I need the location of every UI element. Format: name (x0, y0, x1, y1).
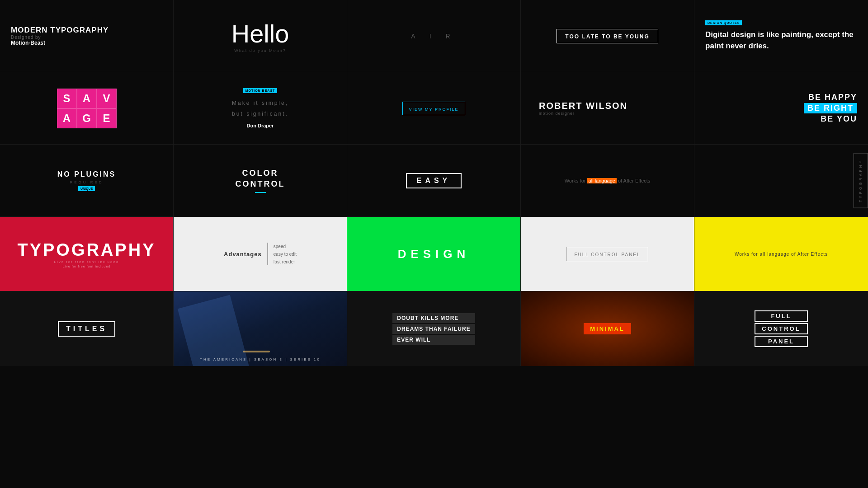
noplugins-required: REQUIRED (70, 180, 103, 184)
fullcontrol-text-light: FULL CONTROL PANEL (574, 252, 640, 257)
modern-typo-content: MODERN TYPOGRAPHY Designed by Motion-Bea… (11, 26, 108, 46)
fcp-line-2: CONTROL (755, 323, 807, 334)
cell-robert: ROBERT WILSON motion designer (521, 72, 694, 145)
doubt-line-3: EVER WILL (392, 335, 475, 345)
easy-box: EASY (406, 173, 462, 188)
preview-titles-dark: TITLES (0, 291, 174, 366)
cell-colorcontrol: COLOR CONTROL (174, 145, 347, 217)
robert-name: ROBERT WILSON (539, 101, 627, 111)
preview-bot-row: TITLES THE AMERICANS | SEASON 3 | SERIES… (0, 291, 868, 366)
fcp-line-3: PANEL (755, 336, 807, 347)
simple-author: Don Draper (247, 123, 274, 128)
yellow-works-text: Works for all language of After Effects (730, 252, 832, 257)
toolate-text: TOO LATE TO BE YOUNG (565, 33, 649, 40)
preview-top-row: TYPOGRAPHY Live for free font included L… (0, 217, 868, 291)
americans-text: THE AMERICANS | SEASON 3 | SERIES 10 (200, 357, 321, 361)
savage-grid: S A V A G E (57, 89, 117, 128)
cell-behappy: BE HAPPY BE RIGHT BE YOU (694, 72, 868, 145)
row1: MODERN TYPOGRAPHY Designed by Motion-Bea… (0, 0, 868, 72)
preview-worksfor-yellow: Works for all language of After Effects (694, 217, 868, 291)
cell-toolate: TOO LATE TO BE YOUNG (521, 0, 694, 72)
cell-language: Works for all language of After Effects (521, 145, 694, 217)
fullcontrol-stack: FULL CONTROL PANEL (755, 310, 807, 347)
modern-typo-designed: Designed by (11, 35, 108, 40)
air-text: A I R (411, 33, 456, 40)
behappy-line1: BE HAPPY (808, 93, 857, 102)
cell-modern-typography: MODERN TYPOGRAPHY Designed by Motion-Bea… (0, 0, 174, 72)
savage-a1: A (77, 89, 97, 108)
cell-savage: S A V A G E (0, 72, 174, 145)
colorcontrol-text: COLOR CONTROL (236, 168, 285, 189)
preview-fullcontrol-dark: FULL CONTROL PANEL (694, 291, 868, 366)
simple-badge: MOTION BEAST (243, 88, 278, 93)
cell-air: A I R (347, 0, 521, 72)
easy-text: EASY (417, 177, 451, 184)
cell-viewprofile: VIEW MY PROFILE (347, 72, 521, 145)
advantages-label: Advantages (224, 251, 262, 258)
preview-americans-scene: THE AMERICANS | SEASON 3 | SERIES 10 (174, 291, 347, 366)
preview-typography-red: TYPOGRAPHY Live for free font included L… (0, 217, 174, 291)
advantages-items: speed easy to edit fast render (274, 244, 297, 264)
cell-noplugins: NO PLUGINS REQUIRED UNIQUE (0, 145, 174, 217)
doubt-stack: DOUBT KILLS MORE DREAMS THAN FAILURE EVE… (392, 313, 475, 345)
preview-typo-big: TYPOGRAPHY (17, 240, 156, 260)
doubt-line-1: DOUBT KILLS MORE (392, 313, 475, 323)
preview-fullcontrol-light: FULL CONTROL PANEL (521, 217, 694, 291)
toolate-box: TOO LATE TO BE YOUNG (557, 29, 658, 43)
savage-v: V (97, 89, 117, 108)
typovert-text: TYPOGRAPHY (859, 159, 863, 202)
adv-item-speed: speed (274, 244, 297, 249)
titles-outer-box: TITLES (58, 321, 115, 337)
advantages-divider (267, 243, 268, 265)
hello-sub: What do you Mean? (234, 48, 286, 53)
fullcontrol-box-light: FULL CONTROL PANEL (566, 247, 648, 261)
language-highlight: all language (587, 178, 617, 183)
typovert-box: TYPOGRAPHY (854, 153, 868, 208)
noplugins-badge: UNIQUE (78, 186, 95, 191)
robert-role: motion designer (539, 111, 575, 116)
behappy-line3: BE YOU (821, 114, 857, 124)
preview-minimal-amber: MINIMAL (521, 291, 694, 366)
cell-easy: EASY (347, 145, 521, 217)
preview-typo-free: Live for free font included (63, 265, 111, 268)
cell-make-simple: MOTION BEAST Make it simple, but signifi… (174, 72, 347, 145)
preview-typo-sub: Live for free font included (54, 260, 119, 264)
modern-typo-brand: Motion-Beast (11, 40, 108, 46)
quote-badge: DESIGN QUOTES (705, 20, 742, 25)
row2: S A V A G E MOTION BEAST Make it simple,… (0, 72, 868, 145)
language-text: Works for all language of After Effects (565, 178, 651, 183)
viewprofile-text: VIEW MY PROFILE (409, 107, 459, 112)
cell-typography-vertical: TYPOGRAPHY (694, 145, 868, 217)
preview-design-green: DESIGN (347, 217, 521, 291)
savage-g: G (77, 108, 97, 128)
adv-item-edit: easy to edit (274, 252, 297, 257)
simple-quote-line1: Make it simple, but significant. (232, 98, 288, 119)
savage-e: E (97, 108, 117, 128)
colorcontrol-bar (255, 192, 266, 193)
viewprofile-box[interactable]: VIEW MY PROFILE (402, 102, 466, 115)
hello-text: Hello (231, 19, 289, 48)
minimal-badge: MINIMAL (584, 323, 631, 334)
design-text: DESIGN (398, 247, 470, 261)
preview-advantages: Advantages speed easy to edit fast rende… (174, 217, 347, 291)
savage-a2: A (57, 108, 77, 128)
adv-item-render: fast render (274, 259, 297, 264)
preview-doubt-kills: DOUBT KILLS MORE DREAMS THAN FAILURE EVE… (347, 291, 521, 366)
quote-text: Digital design is like painting, except … (705, 29, 857, 52)
advantages-wrap: Advantages speed easy to edit fast rende… (224, 243, 297, 265)
savage-s: S (57, 89, 77, 108)
fcp-line-1: FULL (755, 310, 807, 322)
modern-typo-title: MODERN TYPOGRAPHY (11, 26, 108, 35)
cell-hello: Hello What do you Mean? (174, 0, 347, 72)
doubt-line-2: DREAMS THAN FAILURE (392, 324, 475, 334)
cell-quote: DESIGN QUOTES Digital design is like pai… (694, 0, 868, 72)
titles-inner-text: TITLES (66, 325, 107, 333)
noplugins-main: NO PLUGINS (57, 170, 116, 178)
row3: NO PLUGINS REQUIRED UNIQUE COLOR CONTROL… (0, 145, 868, 217)
behappy-line2: BE RIGHT (804, 103, 857, 113)
city-car-light (243, 351, 270, 352)
